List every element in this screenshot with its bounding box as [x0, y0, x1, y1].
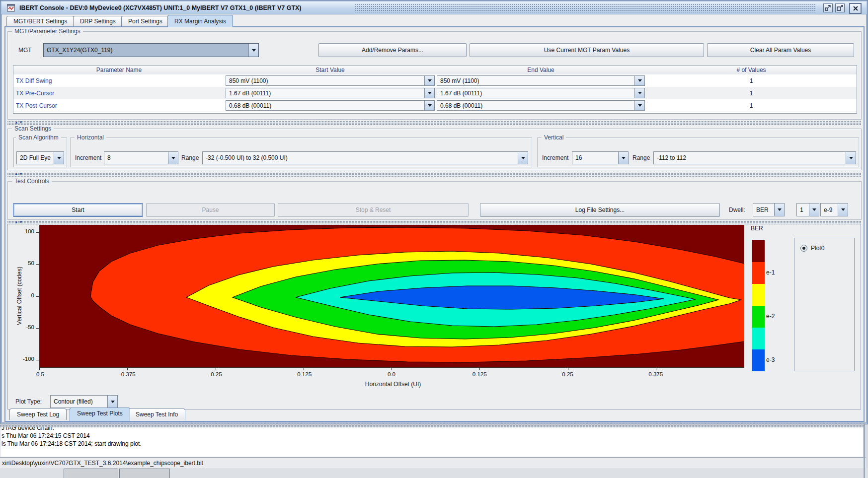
- start-value-text: 1.67 dB (00111): [226, 88, 424, 98]
- start-value-select[interactable]: 0.68 dB (00011): [226, 100, 435, 111]
- chevron-down-icon[interactable]: [54, 152, 64, 164]
- vertical-range-value: -112 to 112: [654, 152, 846, 164]
- colorbar-label: e-3: [766, 356, 775, 363]
- tab-mgt-bert-settings[interactable]: MGT/BERT Settings: [6, 16, 74, 26]
- end-value-cell: 1.67 dB (00111): [436, 87, 646, 100]
- dwell-mantissa-select[interactable]: 1: [796, 203, 819, 216]
- log-file-settings-button[interactable]: Log File Settings...: [480, 203, 720, 217]
- console-log[interactable]: JTAG device Chain. s Thu Mar 06 17:24:15…: [0, 427, 863, 457]
- ibert-console-window: IBERT Console - DEV:0 MyDevice0 (XC7VX48…: [0, 0, 868, 478]
- tab-rx-margin-analysis[interactable]: RX Margin Analysis: [167, 15, 233, 27]
- start-value-cell: 1.67 dB (00111): [225, 87, 436, 100]
- tabpane-border-bottom: [4, 421, 865, 422]
- y-tick-label: 100: [14, 228, 34, 234]
- col-header-start-value[interactable]: Start Value: [225, 66, 436, 75]
- tab-drp-settings[interactable]: DRP Settings: [73, 16, 123, 26]
- chevron-down-icon[interactable]: [248, 44, 258, 57]
- chevron-down-icon[interactable]: [634, 101, 644, 110]
- end-value-text: 850 mV (1100): [437, 76, 634, 85]
- partial-tab[interactable]: [119, 469, 170, 478]
- stop-reset-button[interactable]: Stop & Reset: [278, 203, 469, 217]
- title-bar[interactable]: IBERT Console - DEV:0 MyDevice0 (XC7VX48…: [1, 1, 867, 14]
- plot-selector-panel: Plot0: [794, 238, 855, 371]
- num-values-cell: 1: [646, 99, 857, 112]
- test-controls-title: Test Controls: [12, 178, 52, 185]
- x-tick-mark: [392, 368, 392, 370]
- col-header-end-value[interactable]: End Value: [436, 66, 646, 75]
- tab-sweep-test-log[interactable]: Sweep Test Log: [9, 409, 67, 420]
- internal-frame: IBERT Console - DEV:0 MyDevice0 (XC7VX48…: [0, 0, 868, 424]
- splitter-handle[interactable]: [0, 423, 864, 427]
- titlebar-texture: [355, 4, 816, 12]
- x-tick-mark: [568, 368, 568, 370]
- plot0-radio-row[interactable]: Plot0: [800, 245, 824, 252]
- splitter-arrows-icon[interactable]: ▲▼: [14, 120, 23, 125]
- end-value-select[interactable]: 1.67 dB (00111): [437, 88, 645, 98]
- chevron-down-icon[interactable]: [518, 152, 528, 164]
- param-name-cell: TX Diff Swing: [13, 74, 228, 87]
- partial-tab[interactable]: [64, 469, 118, 478]
- col-header-num-values[interactable]: # of Values: [646, 66, 857, 75]
- y-tick-label: -100: [14, 356, 34, 362]
- col-header-parameter-name[interactable]: Parameter Name: [13, 66, 225, 75]
- tab-port-settings[interactable]: Port Settings: [121, 16, 169, 26]
- chevron-down-icon[interactable]: [846, 152, 856, 164]
- horizontal-increment-select[interactable]: 8: [104, 151, 178, 164]
- vertical-increment-select[interactable]: 16: [572, 151, 629, 164]
- start-value-select[interactable]: 850 mV (1100): [226, 75, 435, 86]
- param-name-cell: TX Pre-Cursor: [13, 87, 228, 100]
- plot0-radio-label: Plot0: [811, 245, 824, 252]
- end-value-select[interactable]: 0.68 dB (00011): [437, 100, 645, 111]
- dwell-type-value: BER: [753, 204, 774, 216]
- vertical-range-select[interactable]: -112 to 112: [653, 151, 856, 164]
- minimize-button[interactable]: [823, 3, 833, 12]
- y-tick-mark: [36, 232, 39, 233]
- close-button[interactable]: [849, 3, 862, 14]
- chevron-down-icon[interactable]: [107, 396, 117, 408]
- x-tick-label: 0.0: [376, 371, 407, 377]
- pause-button[interactable]: Pause: [146, 203, 275, 217]
- y-tick-mark: [36, 328, 39, 329]
- plot0-radio-icon[interactable]: [800, 245, 807, 252]
- status-text: xin\Desktop\yuxin\VC707GTX_TEST_3.6.2014…: [2, 460, 203, 467]
- splitter-handle[interactable]: ▲▼: [7, 121, 862, 125]
- maximize-button[interactable]: [835, 3, 845, 12]
- x-tick-mark: [216, 368, 216, 370]
- end-value-text: 1.67 dB (00111): [437, 88, 634, 98]
- plot-x-axis: -0.5-0.375-0.25-0.1250.00.1250.250.375: [39, 368, 744, 381]
- chevron-down-icon[interactable]: [424, 76, 434, 85]
- tab-sweep-test-plots[interactable]: Sweep Test Plots: [70, 408, 130, 421]
- y-tick-label: -50: [14, 324, 34, 330]
- x-tick-mark: [656, 368, 656, 370]
- tab-sweep-test-info[interactable]: Sweep Test Info: [128, 409, 185, 420]
- x-tick-mark: [304, 368, 304, 370]
- colorbar-segment: [752, 262, 765, 284]
- horizontal-increment-value: 8: [104, 152, 168, 164]
- chevron-down-icon[interactable]: [774, 204, 784, 216]
- chevron-down-icon[interactable]: [424, 88, 434, 98]
- splitter-handle[interactable]: ▲▼: [7, 173, 862, 177]
- chevron-down-icon[interactable]: [168, 152, 178, 164]
- y-tick-mark: [36, 360, 39, 360]
- end-value-select[interactable]: 850 mV (1100): [437, 75, 645, 86]
- start-value-select[interactable]: 1.67 dB (00111): [226, 88, 435, 98]
- chevron-down-icon[interactable]: [838, 204, 848, 216]
- dwell-exponent-select[interactable]: e-9: [820, 203, 848, 216]
- dwell-type-select[interactable]: BER: [753, 203, 785, 216]
- chevron-down-icon[interactable]: [634, 88, 644, 98]
- chevron-down-icon[interactable]: [424, 101, 434, 110]
- plot-type-select[interactable]: Contour (filled): [50, 395, 118, 408]
- chevron-down-icon[interactable]: [809, 204, 819, 216]
- chevron-down-icon[interactable]: [618, 152, 628, 164]
- mgt-select[interactable]: GTX_X1Y24(GTX0_119): [43, 43, 259, 57]
- use-current-mgt-param-values-button[interactable]: Use Current MGT Param Values: [470, 43, 704, 57]
- splitter-arrows-icon[interactable]: ▲▼: [14, 172, 23, 176]
- colorbar-segment: [752, 349, 765, 371]
- scan-algorithm-select[interactable]: 2D Full Eye: [16, 151, 64, 164]
- vertical-range-label: Range: [632, 154, 650, 161]
- chevron-down-icon[interactable]: [634, 76, 644, 85]
- clear-all-param-values-button[interactable]: Clear All Param Values: [707, 43, 854, 57]
- start-button[interactable]: Start: [13, 203, 143, 217]
- add-remove-params-button[interactable]: Add/Remove Params...: [318, 43, 467, 57]
- horizontal-range-select[interactable]: -32 (-0.500 UI) to 32 (0.500 UI): [202, 151, 528, 164]
